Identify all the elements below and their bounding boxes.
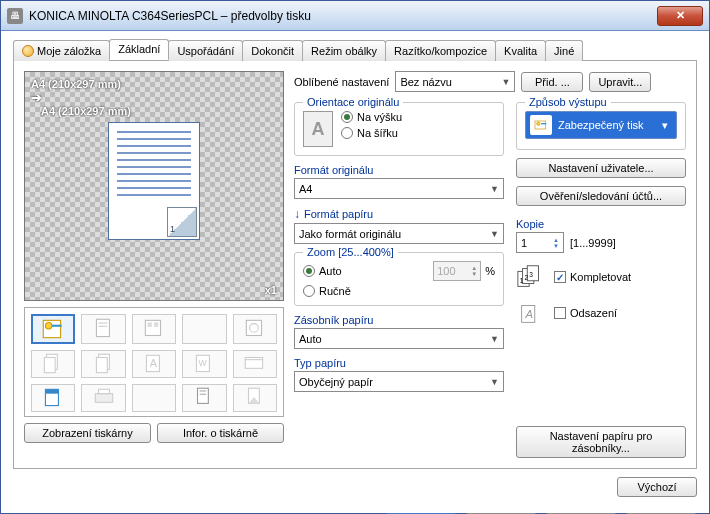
tab-label: Kvalita — [504, 45, 537, 57]
svg-rect-22 — [95, 394, 112, 403]
svg-rect-21 — [46, 389, 59, 393]
zoom-value: 100 — [437, 265, 455, 277]
tab-label: Dokončit — [251, 45, 294, 57]
copies-range: [1...9999] — [570, 237, 616, 249]
favorites-add-button[interactable]: Přid. ... — [521, 72, 583, 92]
default-button[interactable]: Výchozí — [617, 477, 697, 497]
thumb-9[interactable]: W — [182, 350, 226, 378]
thumb-6[interactable] — [31, 350, 75, 378]
arrow-down-icon: ➔ — [31, 90, 277, 105]
chevron-down-icon: ▾ — [658, 112, 672, 138]
radio-zoom-auto[interactable] — [303, 265, 315, 277]
svg-rect-3 — [98, 323, 107, 324]
thumb-4[interactable] — [182, 314, 226, 344]
radio-zoom-manual-label: Ručně — [319, 285, 351, 297]
tray-paper-settings-button[interactable]: Nastavení papíru pro zásobníky... — [516, 426, 686, 458]
radio-portrait[interactable] — [341, 111, 353, 123]
paper-type-value: Obyčejný papír — [299, 376, 373, 388]
svg-text:A: A — [150, 357, 158, 369]
window-title: KONICA MINOLTA C364SeriesPCL – předvolby… — [29, 9, 657, 23]
printer-icon: 🖶 — [7, 8, 23, 24]
tab-quality[interactable]: Kvalita — [495, 40, 546, 61]
close-button[interactable]: ✕ — [657, 6, 703, 26]
zoom-value-input[interactable]: 100▲▼ — [433, 261, 481, 281]
thumb-2[interactable] — [81, 314, 125, 344]
copies-label: Kopie — [516, 218, 686, 230]
preview-copies-badge: x1 — [265, 284, 277, 296]
auth-tracking-button[interactable]: Ověření/sledování účtů... — [516, 186, 686, 206]
thumb-3[interactable] — [132, 314, 176, 344]
thumb-13[interactable] — [132, 384, 176, 412]
orientation-legend: Orientace originálu — [303, 96, 403, 108]
svg-rect-2 — [96, 319, 109, 336]
tab-basic[interactable]: Základní — [109, 39, 169, 60]
tab-label: Základní — [118, 43, 160, 55]
printer-view-button[interactable]: Zobrazení tiskárny — [24, 423, 151, 443]
thumb-10[interactable] — [233, 350, 277, 378]
thumb-8[interactable]: A — [132, 350, 176, 378]
tab-cover[interactable]: Režim obálky — [302, 40, 386, 61]
radio-zoom-manual[interactable] — [303, 285, 315, 297]
star-icon — [22, 45, 34, 57]
original-format-label: Formát originálu — [294, 164, 504, 176]
svg-text:W: W — [199, 358, 208, 368]
preview-area: A4 (210x297 mm) ➔ A4 (210x297 mm) 1 x1 — [24, 71, 284, 301]
zoom-group: Zoom [25...400%] Auto 100▲▼ % Ručně — [294, 252, 504, 306]
spin-down-icon: ▼ — [471, 271, 477, 277]
svg-text:A: A — [524, 308, 533, 320]
svg-rect-13 — [96, 358, 107, 373]
zoom-legend: Zoom [25...400%] — [303, 246, 398, 258]
favorites-edit-button[interactable]: Upravit... — [589, 72, 651, 92]
thumb-12[interactable] — [81, 384, 125, 412]
svg-rect-23 — [98, 389, 109, 393]
svg-rect-6 — [147, 323, 151, 327]
thumb-7[interactable] — [81, 350, 125, 378]
paper-tray-select[interactable]: Auto▼ — [294, 328, 504, 349]
svg-rect-0 — [43, 320, 60, 337]
collate-icon: 123 — [516, 265, 546, 289]
thumb-secure[interactable] — [31, 314, 75, 344]
radio-portrait-label: Na výšku — [357, 111, 402, 123]
svg-point-29 — [537, 122, 540, 125]
tab-finish[interactable]: Dokončit — [242, 40, 303, 61]
thumb-15[interactable] — [233, 384, 277, 412]
checkbox-offset[interactable] — [554, 307, 566, 319]
tab-layout[interactable]: Uspořádání — [168, 40, 243, 61]
thumb-5[interactable] — [233, 314, 277, 344]
zoom-pct: % — [485, 265, 495, 277]
svg-text:1: 1 — [520, 277, 524, 284]
svg-rect-4 — [98, 326, 107, 327]
output-mode-select[interactable]: Zabezpečený tisk ▾ — [525, 111, 677, 139]
original-format-select[interactable]: A4▼ — [294, 178, 504, 199]
paper-type-select[interactable]: Obyčejný papír▼ — [294, 371, 504, 392]
tab-other[interactable]: Jiné — [545, 40, 583, 61]
chevron-down-icon: ▼ — [490, 184, 499, 194]
offset-icon: A — [516, 301, 546, 325]
tab-label: Moje záložka — [37, 45, 101, 57]
paper-tray-label: Zásobník papíru — [294, 314, 504, 326]
checkbox-collate[interactable] — [554, 271, 566, 283]
radio-landscape-label: Na šířku — [357, 127, 398, 139]
tab-label: Režim obálky — [311, 45, 377, 57]
copies-input[interactable]: 1▲▼ — [516, 232, 564, 253]
favorites-select[interactable]: Bez názvu▼ — [395, 71, 515, 92]
output-group: Způsob výstupu Zabezpečený tisk ▾ — [516, 102, 686, 150]
arrow-down-icon: ↓ — [294, 207, 300, 221]
preview-size-from: A4 (210x297 mm) — [31, 78, 277, 90]
thumb-11[interactable] — [31, 384, 75, 412]
preview-page: 1 — [108, 122, 200, 240]
collate-label: Kompletovat — [570, 271, 631, 283]
chevron-down-icon: ▼ — [490, 229, 499, 239]
original-format-value: A4 — [299, 183, 312, 195]
svg-rect-25 — [200, 390, 207, 391]
tab-stamp[interactable]: Razítko/kompozice — [385, 40, 496, 61]
svg-rect-11 — [45, 358, 56, 373]
tab-my-bookmark[interactable]: Moje záložka — [13, 40, 110, 61]
paper-format-select[interactable]: Jako formát originálu▼ — [294, 223, 504, 244]
radio-landscape[interactable] — [341, 127, 353, 139]
printer-info-button[interactable]: Infor. o tiskárně — [157, 423, 284, 443]
user-settings-button[interactable]: Nastavení uživatele... — [516, 158, 686, 178]
paper-format-value: Jako formát originálu — [299, 228, 401, 240]
svg-rect-26 — [200, 394, 207, 395]
thumb-14[interactable] — [182, 384, 226, 412]
